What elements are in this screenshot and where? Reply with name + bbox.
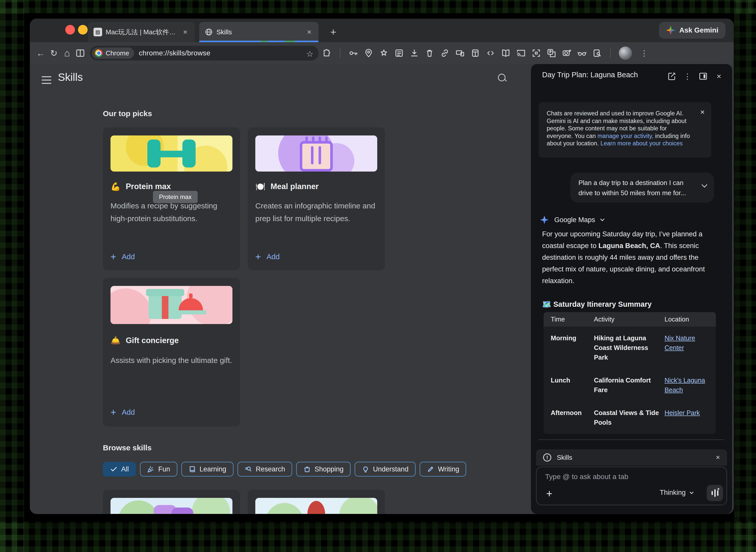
remove-context-icon[interactable]: ×	[716, 453, 720, 461]
chip-label: Writing	[438, 465, 459, 473]
minimize-window-button[interactable]	[78, 25, 87, 34]
cell-time: Lunch	[551, 375, 589, 395]
back-icon[interactable]: ←	[34, 46, 47, 60]
add-skill-button[interactable]: + Add	[255, 251, 280, 262]
ask-gemini-label: Ask Gemini	[679, 26, 718, 34]
reading-list-icon[interactable]	[394, 48, 404, 58]
protein-max-banner	[111, 135, 232, 171]
tab-close-icon[interactable]: ×	[305, 28, 313, 36]
more-menu-icon[interactable]: ⋮	[683, 70, 692, 83]
side-panel-icon[interactable]	[74, 46, 87, 60]
skill-card-gift-concierge[interactable]: 🛎️ Gift concierge Assists with picking t…	[103, 278, 240, 426]
filter-chip-understand[interactable]: Understand	[355, 462, 416, 476]
downloads-icon[interactable]	[409, 48, 419, 58]
learn-more-link[interactable]: Learn more about your choices	[600, 140, 683, 147]
attach-plus-icon[interactable]: +	[546, 489, 553, 499]
prompt-input[interactable]	[545, 473, 688, 481]
location-pin-icon[interactable]	[364, 48, 373, 58]
close-window-button[interactable]	[65, 25, 75, 34]
home-icon[interactable]: ⌂	[60, 46, 74, 60]
add-skill-button[interactable]: + Add	[111, 407, 135, 418]
qr-scan-icon[interactable]	[531, 48, 541, 58]
filter-chip-learning[interactable]: Learning	[181, 462, 233, 476]
open-in-panel-icon[interactable]	[699, 72, 708, 81]
tab-title: Mac玩儿法 | Mac软件推荐 | Ma	[106, 28, 178, 37]
chevron-down-icon[interactable]	[600, 217, 604, 221]
new-chat-icon[interactable]	[667, 72, 676, 81]
address-bar[interactable]: Chrome chrome://skills/browse ☆	[90, 46, 319, 60]
bookmark-sparkle-icon[interactable]	[379, 48, 389, 58]
add-skill-button[interactable]: + Add	[111, 251, 135, 262]
skill-card-partial-left[interactable]	[103, 490, 240, 514]
skill-card-protein-max[interactable]: 💪 Protein max Modifies a recipe by sugge…	[103, 127, 240, 270]
find-in-page-icon[interactable]	[592, 48, 602, 58]
dev-code-icon[interactable]	[486, 48, 495, 58]
profile-avatar[interactable]	[619, 46, 632, 60]
chip-label: Understand	[373, 465, 408, 473]
ask-gemini-button[interactable]: Ask Gemini	[659, 22, 726, 39]
table-row: Afternoon Coastal Views & Tide Pools Hei…	[544, 401, 716, 434]
lightbulb-icon	[362, 465, 369, 473]
context-tab-label: Skills	[557, 454, 716, 461]
tab-context-chip[interactable]: ! Skills ×	[536, 449, 727, 465]
skill-card-partial-right[interactable]	[248, 490, 385, 514]
lens-camera-icon[interactable]	[562, 48, 572, 58]
manage-activity-link[interactable]: manage your activity,	[597, 133, 653, 139]
bookmark-star-icon[interactable]: ☆	[306, 49, 314, 59]
tables-icon[interactable]	[470, 48, 480, 58]
glasses-icon[interactable]	[577, 48, 587, 58]
close-notice-icon[interactable]: ×	[700, 108, 705, 116]
model-selector[interactable]: Thinking	[660, 489, 693, 497]
decorative-pixel-border	[0, 0, 24, 552]
tab-mac-site[interactable]: ▨ Mac玩儿法 | Mac软件推荐 | Ma ×	[88, 22, 195, 42]
copy-link-icon[interactable]	[440, 48, 450, 58]
passwords-key-icon[interactable]	[349, 48, 358, 58]
col-activity: Activity	[594, 316, 659, 323]
reload-icon[interactable]: ↻	[47, 46, 60, 60]
skill-card-meal-planner[interactable]: 🍽️ Meal planner Creates an infographic t…	[248, 127, 385, 270]
prompt-composer[interactable]: + Thinking	[536, 466, 727, 505]
shopping-bag-icon	[303, 465, 311, 473]
filter-chip-shopping[interactable]: Shopping	[296, 462, 351, 476]
delete-icon[interactable]	[425, 48, 434, 58]
dumbbell-illustration	[147, 140, 196, 167]
card-title: Gift concierge	[126, 336, 179, 345]
new-tab-button[interactable]: +	[327, 25, 340, 39]
cast-icon[interactable]	[516, 48, 526, 58]
cell-activity: California Comfort Fare	[594, 375, 659, 395]
cell-activity: Hiking at Laguna Coast Wilderness Park	[594, 333, 659, 362]
url-site-chip[interactable]: Chrome	[92, 47, 134, 59]
url-text[interactable]: chrome://skills/browse	[139, 49, 210, 57]
section-browse-skills: Browse skills	[103, 443, 152, 452]
close-panel-icon[interactable]: ×	[714, 70, 724, 83]
tab-strip: ▨ Mac玩儿法 | Mac软件推荐 | Ma × Skills × + Ask…	[30, 19, 734, 42]
location-link[interactable]: Nix Nature Center	[665, 334, 695, 351]
user-prompt-bubble[interactable]: Plan a day trip to a destination I can d…	[570, 172, 714, 202]
filter-chip-all[interactable]: All	[103, 462, 136, 476]
filter-chip-research[interactable]: Research	[237, 462, 293, 476]
devices-icon[interactable]	[455, 48, 465, 58]
location-link[interactable]: Heisler Park	[665, 409, 700, 416]
voice-input-button[interactable]	[707, 485, 723, 501]
menu-icon[interactable]	[42, 76, 51, 84]
decorative-pixel-border	[0, 522, 756, 552]
alert-circle-icon: !	[543, 453, 551, 461]
card-description: Modifies a recipe by suggesting high-pro…	[111, 199, 233, 225]
search-icon[interactable]	[498, 73, 507, 83]
cell-time: Afternoon	[551, 408, 589, 427]
translate-icon[interactable]	[547, 48, 556, 58]
search-lines-icon	[245, 465, 252, 473]
tab-close-icon[interactable]: ×	[181, 28, 189, 36]
reading-mode-icon[interactable]	[501, 48, 511, 58]
source-row[interactable]: Google Maps	[540, 216, 604, 224]
cell-time: Morning	[551, 333, 589, 362]
extensions-icon[interactable]	[322, 48, 332, 58]
tab-skills[interactable]: Skills ×	[199, 22, 319, 42]
location-link[interactable]: Nick's Laguna Beach	[665, 377, 705, 393]
more-menu-icon[interactable]: ⋮	[637, 46, 651, 60]
expand-chevron-icon[interactable]	[702, 182, 708, 188]
filter-chip-fun[interactable]: Fun	[140, 462, 177, 476]
card-title: Meal planner	[270, 182, 319, 191]
table-row: Lunch California Comfort Fare Nick's Lag…	[544, 369, 716, 401]
filter-chip-writing[interactable]: Writing	[420, 462, 466, 476]
